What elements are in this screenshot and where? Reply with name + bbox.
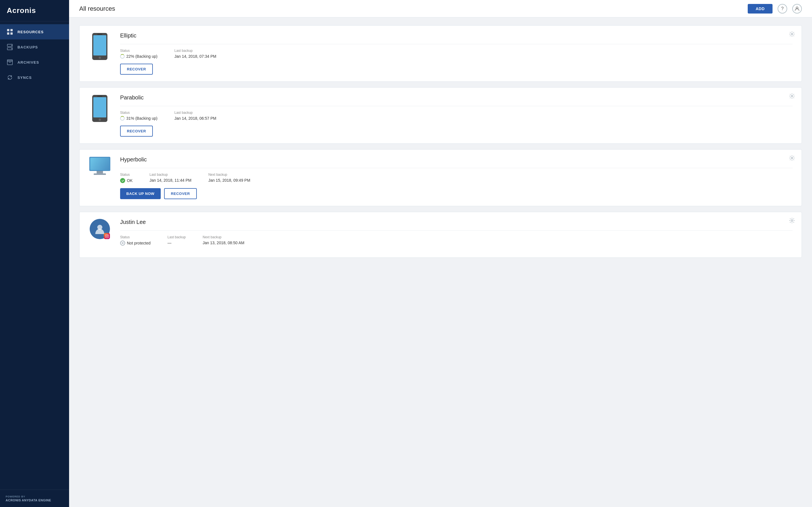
sidebar-item-label: ARCHIVES (17, 60, 39, 64)
user-icon[interactable] (792, 4, 802, 13)
justin-lee-body: Justin Lee Status Not protected Last b (120, 219, 793, 251)
parabolic-lastbackup-value: Jan 14, 2018, 06:57 PM (174, 116, 216, 121)
svg-rect-20 (97, 96, 102, 97)
justin-lee-settings-icon[interactable] (789, 218, 795, 225)
parabolic-name: Parabolic (120, 94, 793, 101)
svg-rect-15 (97, 34, 102, 35)
svg-rect-18 (93, 97, 106, 117)
sidebar-item-syncs[interactable]: SYNCS (0, 70, 69, 85)
svg-point-19 (99, 119, 101, 121)
sidebar-item-label: RESOURCES (17, 30, 44, 34)
justin-lee-status-group: Status Not protected (120, 235, 151, 245)
elliptic-body: Elliptic Status 22% (Backing up) Last ba… (120, 33, 793, 75)
sidebar: Acronis RESOURCES (0, 0, 69, 507)
parabolic-actions: RECOVER (120, 126, 793, 136)
page-title: All resources (79, 5, 115, 12)
svg-point-34 (791, 220, 793, 221)
svg-point-21 (791, 95, 793, 97)
svg-rect-25 (97, 171, 103, 173)
parabolic-recover-button[interactable]: RECOVER (120, 126, 153, 136)
elliptic-meta: Status 22% (Backing up) Last backup Jan … (120, 49, 793, 59)
svg-rect-26 (94, 173, 106, 175)
elliptic-status-spinner (120, 54, 124, 59)
hyperbolic-body: Hyperbolic Status OK Last backup (120, 156, 793, 199)
svg-rect-0 (7, 29, 9, 31)
parabolic-status-text: 31% (Backing up) (126, 116, 158, 121)
elliptic-icon (89, 33, 111, 61)
hyperbolic-name: Hyperbolic (120, 156, 793, 163)
justin-lee-lastbackup-group: Last backup — (167, 235, 186, 245)
elliptic-actions: RECOVER (120, 64, 793, 75)
parabolic-settings-icon[interactable] (789, 93, 795, 100)
svg-rect-9 (7, 60, 12, 61)
hyperbolic-meta: Status OK Last backup Jan 14, 2018, 11:4… (120, 173, 793, 183)
svg-rect-3 (10, 33, 13, 35)
elliptic-name: Elliptic (120, 33, 793, 39)
parabolic-body: Parabolic Status 31% (Backing up) Last b… (120, 94, 793, 136)
resource-card-justin-lee: Justin Lee Status Not protected Last b (79, 212, 802, 258)
svg-point-6 (11, 45, 12, 46)
hyperbolic-actions: BACK UP NOW RECOVER (120, 188, 793, 199)
elliptic-status-label: Status (120, 49, 158, 53)
elliptic-status-group: Status 22% (Backing up) (120, 49, 158, 59)
add-button[interactable]: ADD (748, 4, 772, 13)
hyperbolic-status-text: OK (127, 178, 133, 183)
sidebar-item-label: BACKUPS (17, 45, 38, 49)
sidebar-item-backups[interactable]: BACKUPS (0, 40, 69, 55)
svg-rect-8 (7, 61, 12, 65)
svg-rect-2 (7, 33, 9, 35)
resources-icon (7, 29, 13, 35)
hyperbolic-lastbackup-value: Jan 14, 2018, 11:44 PM (149, 178, 192, 182)
sidebar-item-archives[interactable]: ARCHIVES (0, 55, 69, 70)
hyperbolic-ok-icon (120, 178, 125, 183)
hyperbolic-status-value: OK (120, 178, 133, 183)
parabolic-icon (89, 94, 111, 122)
syncs-icon (7, 74, 13, 80)
elliptic-status-text: 22% (Backing up) (126, 54, 158, 59)
svg-point-16 (791, 33, 793, 35)
justin-lee-name: Justin Lee (120, 219, 793, 225)
topbar-actions: ADD ? (748, 4, 802, 13)
justin-lee-nextbackup-label: Next backup (203, 235, 245, 239)
justin-lee-status-text: Not protected (127, 241, 151, 245)
hyperbolic-lastbackup-group: Last backup Jan 14, 2018, 11:44 PM (149, 173, 192, 183)
justin-lee-icon (89, 219, 111, 239)
hyperbolic-status-group: Status OK (120, 173, 133, 183)
instagram-badge (104, 233, 110, 239)
elliptic-status-value: 22% (Backing up) (120, 54, 158, 59)
parabolic-status-label: Status (120, 111, 158, 115)
sidebar-footer: POWERED BY ACRONIS ANYDATA ENGINE (0, 490, 69, 507)
hyperbolic-settings-icon[interactable] (789, 155, 795, 162)
logo-area: Acronis (0, 0, 69, 21)
elliptic-recover-button[interactable]: RECOVER (120, 64, 153, 75)
not-protected-icon (120, 240, 125, 245)
help-icon[interactable]: ? (777, 4, 787, 13)
sidebar-item-resources[interactable]: RESOURCES (0, 24, 69, 40)
justin-lee-lastbackup-value: — (167, 240, 186, 245)
hyperbolic-nextbackup-value: Jan 15, 2018, 09:49 PM (208, 178, 250, 182)
parabolic-status-group: Status 31% (Backing up) (120, 111, 158, 121)
content-area: Elliptic Status 22% (Backing up) Last ba… (69, 17, 812, 507)
avatar (90, 219, 110, 239)
svg-rect-29 (105, 235, 109, 238)
backups-icon (7, 44, 13, 50)
parabolic-status-value: 31% (Backing up) (120, 116, 158, 121)
hyperbolic-status-label: Status (120, 173, 133, 177)
svg-rect-13 (93, 35, 106, 55)
hyperbolic-recover-button[interactable]: RECOVER (164, 188, 197, 199)
svg-point-30 (106, 235, 107, 237)
justin-lee-status-label: Status (120, 235, 151, 239)
archives-icon (7, 59, 13, 65)
justin-lee-lastbackup-label: Last backup (167, 235, 186, 239)
resource-card-parabolic: Parabolic Status 31% (Backing up) Last b… (79, 87, 802, 144)
hyperbolic-nextbackup-group: Next backup Jan 15, 2018, 09:49 PM (208, 173, 250, 183)
elliptic-settings-icon[interactable] (789, 31, 795, 38)
hyperbolic-backup-button[interactable]: BACK UP NOW (120, 188, 161, 199)
hyperbolic-icon (89, 156, 111, 175)
parabolic-lastbackup-group: Last backup Jan 14, 2018, 06:57 PM (174, 111, 216, 121)
hyperbolic-nextbackup-label: Next backup (208, 173, 250, 177)
elliptic-lastbackup-value: Jan 14, 2018, 07:34 PM (174, 54, 216, 59)
justin-lee-status-value: Not protected (120, 240, 151, 245)
elliptic-lastbackup-group: Last backup Jan 14, 2018, 07:34 PM (174, 49, 216, 59)
parabolic-meta: Status 31% (Backing up) Last backup Jan … (120, 111, 793, 121)
